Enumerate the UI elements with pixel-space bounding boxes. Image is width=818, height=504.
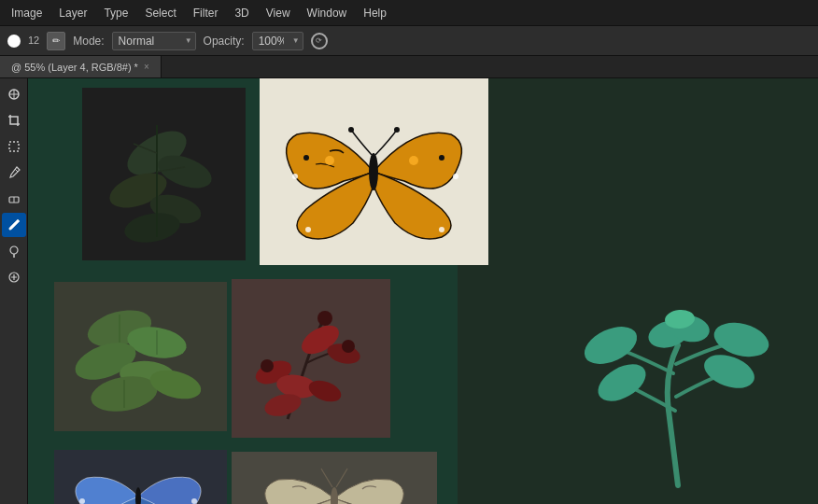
marquee-icon bbox=[7, 139, 21, 154]
canvas-area[interactable] bbox=[28, 78, 818, 504]
green-leaves-tile bbox=[54, 282, 227, 431]
svg-point-33 bbox=[394, 127, 400, 133]
clone-stamp-tool[interactable] bbox=[2, 239, 26, 263]
healing-icon bbox=[7, 270, 21, 285]
menu-filter[interactable]: Filter bbox=[186, 3, 226, 23]
main-area bbox=[0, 78, 818, 504]
opacity-label: Opacity: bbox=[204, 35, 245, 48]
svg-rect-38 bbox=[54, 282, 227, 431]
plant-illustration-area bbox=[458, 78, 818, 504]
eraser-tool[interactable] bbox=[2, 187, 26, 211]
crop-tool[interactable] bbox=[2, 108, 26, 133]
svg-point-7 bbox=[10, 246, 18, 254]
menu-3d[interactable]: 3D bbox=[227, 3, 256, 23]
eyedropper-tool[interactable] bbox=[2, 161, 26, 185]
spot-heal-icon bbox=[7, 87, 21, 102]
menu-bar: Image Layer Type Select Filter 3D View W… bbox=[0, 0, 818, 26]
svg-rect-48 bbox=[232, 279, 390, 438]
dark-leaves-tile bbox=[82, 88, 246, 260]
menu-select[interactable]: Select bbox=[137, 3, 183, 23]
options-bar: 12 ✏ Mode: Normal Dissolve Multiply Scre… bbox=[0, 26, 818, 56]
tab-close-button[interactable]: × bbox=[144, 62, 149, 72]
brush-icon bbox=[7, 217, 21, 232]
svg-point-35 bbox=[453, 174, 458, 179]
svg-point-55 bbox=[317, 311, 332, 326]
svg-point-36 bbox=[305, 227, 311, 232]
menu-help[interactable]: Help bbox=[356, 3, 394, 23]
tab-label: @ 55% (Layer 4, RGB/8#) * bbox=[11, 62, 138, 73]
svg-point-10 bbox=[592, 357, 652, 409]
svg-point-56 bbox=[342, 340, 355, 353]
mode-select[interactable]: Normal Dissolve Multiply Screen Overlay bbox=[112, 32, 196, 50]
svg-point-32 bbox=[348, 127, 354, 133]
large-butterfly-tile bbox=[260, 78, 488, 265]
menu-layer[interactable]: Layer bbox=[51, 3, 94, 23]
marquee-tool[interactable] bbox=[2, 134, 26, 159]
red-flowers-tile bbox=[232, 279, 390, 438]
brush-size-label: 12 bbox=[28, 35, 39, 46]
mode-label: Mode: bbox=[73, 35, 104, 48]
opacity-dropdown-wrapper: 100% 75% 50% 25% ▼ bbox=[252, 32, 303, 50]
svg-point-12 bbox=[579, 319, 643, 371]
menu-image[interactable]: Image bbox=[4, 3, 49, 23]
mode-dropdown-wrapper: Normal Dissolve Multiply Screen Overlay … bbox=[112, 32, 196, 50]
plant-illustration bbox=[538, 224, 818, 504]
svg-line-4 bbox=[15, 169, 18, 172]
svg-point-29 bbox=[303, 155, 309, 161]
svg-point-59 bbox=[79, 498, 85, 504]
svg-point-34 bbox=[292, 174, 298, 179]
brush-tool[interactable] bbox=[2, 213, 26, 237]
spot-healing-brush-tool[interactable] bbox=[2, 82, 26, 106]
svg-point-28 bbox=[409, 156, 418, 165]
svg-point-57 bbox=[261, 359, 274, 372]
svg-point-60 bbox=[191, 498, 197, 504]
crop-icon bbox=[7, 113, 21, 128]
clone-stamp-icon bbox=[7, 244, 21, 259]
menu-view[interactable]: View bbox=[259, 3, 298, 23]
brush-settings-icon[interactable]: ✏ bbox=[47, 32, 65, 50]
svg-rect-3 bbox=[9, 142, 19, 151]
healing-brush-tool[interactable] bbox=[2, 265, 26, 289]
moth-tile bbox=[232, 452, 437, 504]
eyedropper-icon bbox=[7, 165, 21, 180]
blue-butterfly-tile bbox=[54, 450, 227, 504]
toolbar bbox=[0, 78, 28, 504]
brush-preview-circle bbox=[7, 35, 21, 48]
menu-window[interactable]: Window bbox=[300, 3, 355, 23]
menu-type[interactable]: Type bbox=[96, 3, 135, 23]
flow-icon: ⟳ bbox=[311, 33, 328, 49]
svg-point-31 bbox=[369, 153, 378, 190]
svg-point-30 bbox=[439, 155, 444, 161]
document-tab[interactable]: @ 55% (Layer 4, RGB/8#) * × bbox=[0, 56, 162, 77]
svg-point-37 bbox=[439, 227, 444, 232]
tab-bar: @ 55% (Layer 4, RGB/8#) * × bbox=[0, 56, 818, 78]
svg-point-27 bbox=[325, 156, 334, 165]
opacity-select[interactable]: 100% 75% 50% 25% bbox=[252, 32, 303, 50]
eraser-icon bbox=[7, 191, 21, 206]
